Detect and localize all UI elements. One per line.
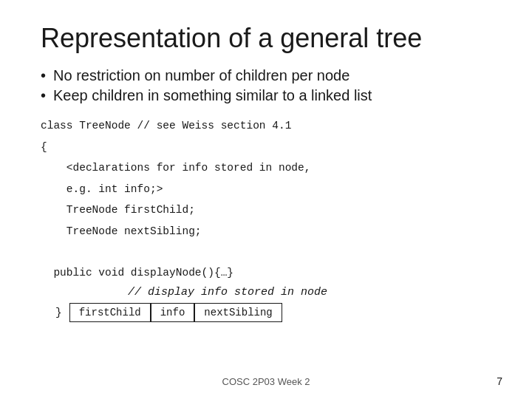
code-line-4: e.g. int info;>: [41, 181, 491, 197]
slide: Representation of a general tree No rest…: [0, 0, 532, 399]
bullet-item-1: No restriction on number of children per…: [41, 67, 491, 84]
closing-brace: }: [55, 307, 62, 318]
closing-brace-container: } firstChild info nextSibling: [55, 303, 282, 322]
code-line-2: {: [41, 139, 491, 155]
node-cell-next-sibling: nextSibling: [194, 303, 282, 322]
code-line-5: TreeNode firstChild;: [41, 202, 491, 218]
bullet-text-2: Keep children in something similar to a …: [53, 87, 372, 104]
node-table: firstChild info nextSibling: [69, 303, 282, 322]
slide-title: Representation of a general tree: [41, 22, 491, 54]
node-cell-first-child: firstChild: [69, 303, 151, 322]
node-table-row: } firstChild info nextSibling: [41, 303, 491, 322]
slide-number: 7: [497, 375, 502, 387]
footer: COSC 2P03 Week 2: [0, 376, 532, 387]
code-line-3: <declarations for info stored in node,: [41, 160, 491, 176]
code-line-9: // display info stored in node: [41, 286, 491, 299]
code-line-7: [41, 244, 491, 260]
node-cell-info: info: [151, 303, 195, 322]
code-line-8: public void displayNode(){…}: [41, 265, 491, 281]
code-line-6: TreeNode nextSibling;: [41, 223, 491, 239]
bullet-item-2: Keep children in something similar to a …: [41, 87, 491, 104]
bullet-text-1: No restriction on number of children per…: [53, 67, 349, 84]
footer-text: COSC 2P03 Week 2: [222, 376, 310, 387]
bullet-list: No restriction on number of children per…: [41, 67, 491, 107]
code-line-1: class TreeNode // see Weiss section 4.1: [41, 117, 491, 134]
